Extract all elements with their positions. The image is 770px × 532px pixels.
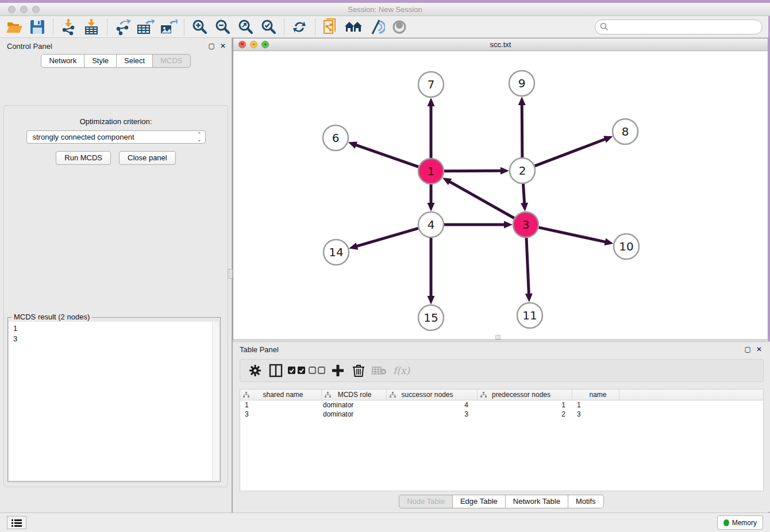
close-table-panel-icon[interactable]: ✕ — [756, 346, 762, 353]
graph-node-label: 6 — [332, 131, 340, 145]
table-cell[interactable]: 2 — [478, 410, 572, 419]
criterion-select[interactable]: strongly connected component ⌃⌄ — [26, 130, 206, 144]
zoom-fit-icon[interactable] — [236, 18, 255, 36]
mcds-result-box[interactable]: 1 3 — [9, 322, 219, 480]
graph-edge-1-6[interactable] — [355, 145, 418, 167]
graph-edge-3-10[interactable] — [538, 228, 606, 242]
function-builder-icon[interactable]: f(x) — [393, 365, 410, 376]
select-all-checkboxes-icon[interactable] — [286, 361, 307, 380]
table-cell[interactable]: 3 — [572, 410, 619, 419]
refresh-icon[interactable] — [290, 18, 309, 36]
graph-edge-3-11[interactable] — [526, 238, 529, 295]
table-panel-title: Table Panel — [240, 345, 279, 354]
graph-edge-2-9[interactable] — [522, 104, 522, 157]
toolbar-separator — [284, 19, 284, 35]
network-window-titlebar: ✕ − ＋ scc.txt — [233, 38, 768, 51]
run-mcds-button[interactable]: Run MCDS — [56, 151, 111, 165]
column-name[interactable]: name — [572, 390, 619, 400]
graph-edge-1-2[interactable] — [444, 171, 502, 171]
graph-node-label: 11 — [522, 309, 537, 322]
graph-edge-arrowhead — [518, 97, 526, 105]
deselect-all-checkboxes-icon[interactable] — [307, 361, 328, 380]
delete-table-icon[interactable] — [369, 361, 390, 380]
toolbar-search[interactable] — [595, 20, 763, 34]
import-table-icon[interactable] — [82, 18, 101, 36]
graph-node-label: 14 — [329, 245, 343, 259]
column-successor-nodes[interactable]: successor nodes — [387, 390, 478, 400]
graph-edge-arrowhead — [603, 136, 613, 142]
close-panel-icon[interactable]: ✕ — [220, 43, 226, 49]
tab-mcds[interactable]: MCDS — [152, 54, 190, 68]
list-icon — [11, 519, 22, 527]
table-cell[interactable]: 3 — [387, 410, 478, 419]
column-type-icon — [390, 392, 396, 398]
panel-splitter-handle[interactable] — [228, 269, 233, 279]
table-row[interactable]: 1dominator411 — [240, 400, 763, 410]
control-panel-title: Control Panel — [7, 42, 52, 51]
graph-node-label: 2 — [519, 164, 526, 178]
graph-edge-arrowhead — [428, 203, 435, 211]
column-mcds-role[interactable]: MCDS role — [322, 390, 387, 400]
tab-network[interactable]: Network — [41, 54, 84, 68]
show-column-icon[interactable] — [265, 361, 286, 380]
export-network-icon[interactable] — [113, 18, 132, 36]
tab-network-table[interactable]: Network Table — [505, 495, 568, 508]
add-row-icon[interactable] — [328, 361, 348, 380]
float-panel-icon[interactable]: ▢ — [209, 43, 215, 49]
settings-gear-icon[interactable] — [245, 361, 265, 380]
table-header-row: shared name MCDS role successor nodes pr… — [240, 390, 763, 400]
tab-style[interactable]: Style — [84, 54, 117, 68]
table-cell[interactable]: dominator — [322, 410, 387, 419]
import-network-icon[interactable] — [59, 18, 78, 36]
graph-node-label: 1 — [428, 164, 435, 178]
control-panel: Control Panel ▢ ✕ Network Style Select M… — [0, 38, 232, 512]
show-graphics-details-icon[interactable] — [390, 18, 409, 36]
table-row[interactable]: 3dominator323 — [240, 410, 763, 419]
column-shared-name[interactable]: shared name — [240, 390, 322, 400]
table-tabs: Node Table Edge Table Network Table Moti… — [233, 495, 770, 508]
table-cell[interactable]: 1 — [478, 400, 572, 410]
result-scrollbar[interactable] — [212, 322, 219, 480]
home-icon[interactable] — [344, 18, 363, 36]
export-image-icon[interactable] — [159, 18, 178, 36]
tab-motifs[interactable]: Motifs — [568, 495, 604, 508]
table-cell[interactable]: 1 — [572, 400, 619, 410]
graph-edge-2-8[interactable] — [535, 139, 606, 166]
tab-node-table[interactable]: Node Table — [399, 495, 453, 508]
table-cell[interactable]: 3 — [240, 410, 322, 419]
table-cell[interactable]: 1 — [240, 400, 322, 410]
graph-edge-4-14[interactable] — [356, 228, 418, 246]
table-cell[interactable]: 4 — [387, 400, 478, 410]
zoom-in-icon[interactable] — [190, 18, 209, 36]
tab-edge-table[interactable]: Edge Table — [452, 495, 506, 508]
tab-select[interactable]: Select — [116, 54, 153, 68]
close-panel-button[interactable]: Close panel — [119, 151, 176, 165]
main-toolbar — [0, 16, 768, 38]
graph-edge-3-1[interactable] — [449, 182, 514, 218]
search-input[interactable] — [611, 22, 755, 31]
graph-edge-2-3[interactable] — [523, 184, 524, 204]
open-network-file-icon[interactable] — [321, 18, 340, 36]
delete-row-icon[interactable] — [348, 361, 369, 380]
column-predecessor-nodes[interactable]: predecessor nodes — [478, 390, 572, 400]
network-resize-handle[interactable] — [495, 335, 500, 340]
zoom-out-icon[interactable] — [213, 18, 232, 36]
table-panel: Table Panel ▢ ✕ f(x) — [233, 341, 770, 512]
mcds-result-title: MCDS result (2 nodes) — [11, 313, 92, 321]
zoom-selected-icon[interactable] — [259, 18, 278, 36]
export-table-icon[interactable] — [136, 18, 155, 36]
graph-node-label: 15 — [424, 311, 438, 325]
save-session-icon[interactable] — [28, 18, 47, 36]
task-history-button[interactable] — [7, 516, 26, 529]
graph-node-label: 7 — [428, 78, 435, 91]
open-session-icon[interactable] — [5, 18, 24, 36]
hide-graphics-details-icon[interactable] — [367, 18, 386, 36]
network-canvas[interactable]: 7968124314101511 — [233, 51, 768, 340]
float-table-panel-icon[interactable]: ▢ — [745, 346, 751, 353]
graph-node-label: 9 — [518, 76, 526, 90]
status-bar: Memory — [0, 512, 770, 532]
mcds-panel-body: Optimization criterion: strongly connect… — [3, 105, 228, 487]
graph-edge-arrowhead — [504, 221, 513, 229]
table-cell[interactable]: dominator — [322, 400, 387, 410]
memory-button[interactable]: Memory — [717, 515, 763, 530]
